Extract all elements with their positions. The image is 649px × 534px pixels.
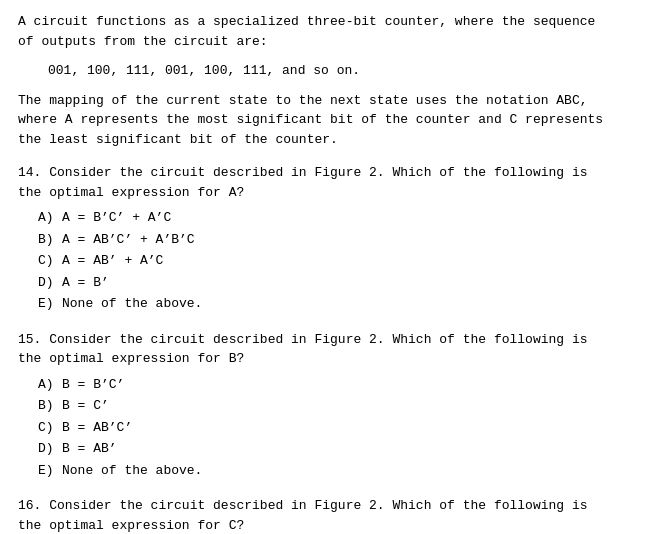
mapping-line2: where A represents the most significant … <box>18 112 603 127</box>
intro-line2: of outputs from the circuit are: <box>18 34 268 49</box>
option-letter: D) <box>38 273 58 293</box>
question-16-text: 16. Consider the circuit described in Fi… <box>18 496 631 534</box>
option-letter: B) <box>38 230 58 250</box>
option-expression: None of the above. <box>62 461 202 481</box>
option-expression: None of the above. <box>62 294 202 314</box>
option-row: A)A = B’C’ + A’C <box>38 208 631 228</box>
mapping-line3: the least significant bit of the counter… <box>18 132 338 147</box>
question-15-text: 15. Consider the circuit described in Fi… <box>18 330 631 369</box>
questions-container: 14. Consider the circuit described in Fi… <box>18 163 631 534</box>
option-expression: A = B’ <box>62 273 109 293</box>
option-letter: A) <box>38 375 58 395</box>
question-15: 15. Consider the circuit described in Fi… <box>18 330 631 481</box>
option-expression: A = AB’C’ + A’B’C <box>62 230 195 250</box>
option-expression: B = B’C’ <box>62 375 124 395</box>
option-letter: D) <box>38 439 58 459</box>
option-letter: B) <box>38 396 58 416</box>
option-expression: A = AB’ + A’C <box>62 251 163 271</box>
question-14-text: 14. Consider the circuit described in Fi… <box>18 163 631 202</box>
question-14: 14. Consider the circuit described in Fi… <box>18 163 631 314</box>
option-row: E)None of the above. <box>38 294 631 314</box>
option-row: A)B = B’C’ <box>38 375 631 395</box>
option-row: D)B = AB’ <box>38 439 631 459</box>
question-15-options: A)B = B’C’B)B = C’C)B = AB’C’D)B = AB’E)… <box>38 375 631 481</box>
mapping-line1: The mapping of the current state to the … <box>18 93 588 108</box>
option-letter: A) <box>38 208 58 228</box>
option-letter: E) <box>38 461 58 481</box>
question-number: 15. <box>18 332 41 347</box>
option-letter: C) <box>38 418 58 438</box>
option-letter: E) <box>38 294 58 314</box>
option-expression: B = AB’ <box>62 439 117 459</box>
question-14-options: A)A = B’C’ + A’CB)A = AB’C’ + A’B’CC)A =… <box>38 208 631 314</box>
option-expression: A = B’C’ + A’C <box>62 208 171 228</box>
question-16: 16. Consider the circuit described in Fi… <box>18 496 631 534</box>
option-row: C)B = AB’C’ <box>38 418 631 438</box>
option-expression: B = C’ <box>62 396 109 416</box>
sequence-text: 001, 100, 111, 001, 100, 111, and so on. <box>48 63 360 78</box>
question-number: 14. <box>18 165 41 180</box>
option-row: B)B = C’ <box>38 396 631 416</box>
intro-line1: A circuit functions as a specialized thr… <box>18 14 595 29</box>
intro-paragraph: A circuit functions as a specialized thr… <box>18 12 631 149</box>
option-row: E)None of the above. <box>38 461 631 481</box>
question-number: 16. <box>18 498 41 513</box>
option-row: C)A = AB’ + A’C <box>38 251 631 271</box>
option-row: D)A = B’ <box>38 273 631 293</box>
option-expression: B = AB’C’ <box>62 418 132 438</box>
option-letter: C) <box>38 251 58 271</box>
option-row: B)A = AB’C’ + A’B’C <box>38 230 631 250</box>
